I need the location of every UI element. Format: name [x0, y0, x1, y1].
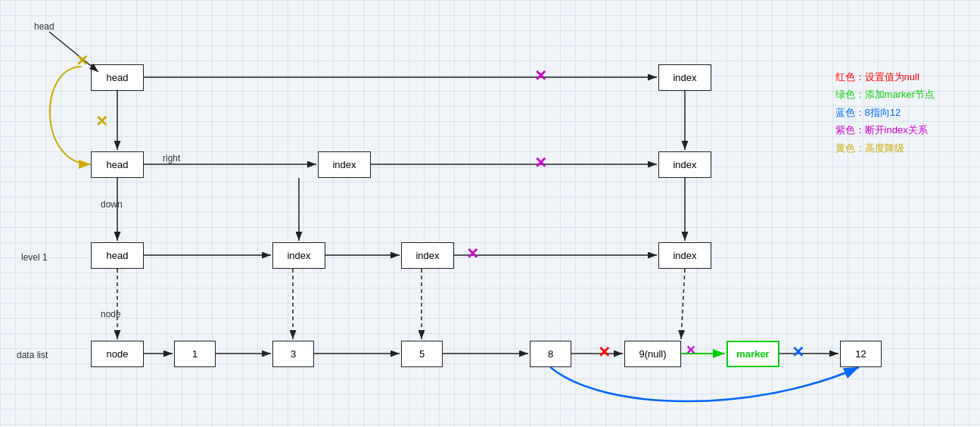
- x-purple-1: ✕: [534, 67, 547, 85]
- data-3-node: 3: [272, 341, 314, 367]
- index-mid2-node: index: [658, 151, 711, 178]
- svg-line-18: [681, 269, 685, 339]
- head-lv1-node: head: [91, 242, 144, 269]
- index-lv1-2-node: index: [401, 242, 454, 269]
- head-pointer-label: head: [34, 21, 54, 32]
- x-purple-data: ✕: [686, 343, 695, 357]
- x-purple-3: ✕: [466, 245, 479, 263]
- head-top-node: head: [91, 64, 144, 91]
- level1-label: level 1: [21, 252, 48, 263]
- x-yellow-1: ✕: [76, 51, 89, 70]
- data-8-node: 8: [530, 341, 571, 367]
- diagram-canvas: head index head index index head index i…: [0, 0, 980, 427]
- head-mid-node: head: [91, 151, 144, 178]
- x-blue-1: ✕: [792, 343, 804, 361]
- down-label: down: [101, 199, 123, 210]
- legend-purple: 紫色：断开index关系: [835, 121, 935, 139]
- index-lv1-3-node: index: [658, 242, 711, 269]
- arrows-svg: [0, 0, 980, 427]
- legend-blue: 蓝色：8指向12: [835, 104, 935, 121]
- index-lv1-1-node: index: [272, 242, 325, 269]
- legend-green: 绿色：添加marker节点: [835, 86, 935, 103]
- index-mid1-node: index: [318, 151, 371, 178]
- legend-yellow: 黄色：高度降级: [835, 139, 935, 157]
- legend-red: 红色：设置值为null: [835, 68, 935, 86]
- right-label: right: [163, 153, 180, 164]
- legend: 红色：设置值为null 绿色：添加marker节点 蓝色：8指向12 紫色：断开…: [835, 68, 935, 157]
- data-12-node: 12: [840, 341, 882, 367]
- x-red-1: ✕: [598, 343, 611, 361]
- index-top-right-node: index: [658, 64, 711, 91]
- datalist-label: data list: [17, 350, 48, 360]
- data-5-node: 5: [401, 341, 443, 367]
- node-data-node: node: [91, 341, 144, 367]
- x-yellow-2: ✕: [95, 112, 108, 130]
- data-9null-node: 9(null): [624, 341, 681, 367]
- x-purple-2: ✕: [534, 154, 547, 172]
- node-label: node: [101, 309, 121, 319]
- marker-node: marker: [726, 341, 779, 367]
- data-1-node: 1: [174, 341, 216, 367]
